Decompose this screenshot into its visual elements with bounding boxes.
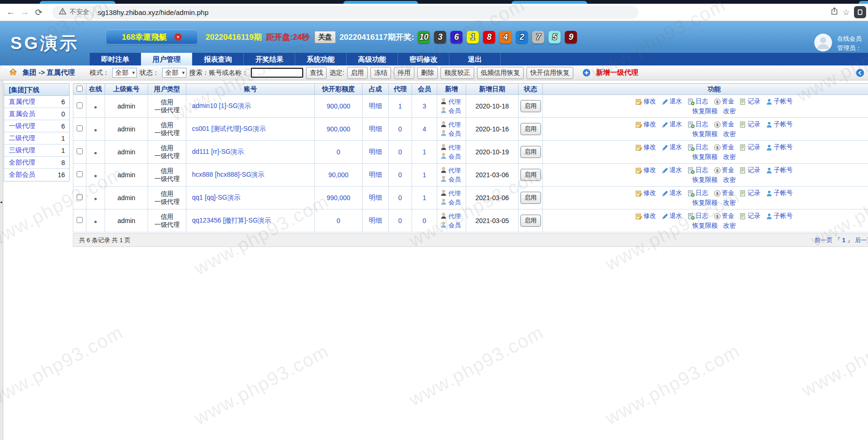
restore-quota-link[interactable]: 恢复限额 <box>692 152 718 162</box>
find-button[interactable]: 查找 <box>306 67 327 79</box>
subaccount-link[interactable]: 子帐号 <box>774 119 793 129</box>
sidebar-item-label[interactable]: 全部代理 <box>9 159 35 167</box>
rebate-link[interactable]: 退水 <box>669 119 682 129</box>
nav-tab[interactable]: 密码修改 <box>398 53 449 65</box>
subaccount-link[interactable]: 子帐号 <box>774 211 793 221</box>
next-page-link[interactable]: 后一页 <box>855 237 868 244</box>
account-link[interactable]: qq123456 [撤打算]-SG演示 <box>192 216 271 224</box>
edit-link[interactable]: 修改 <box>643 211 656 221</box>
bulk-action-button[interactable]: 冻结 <box>370 67 391 79</box>
rebate-link[interactable]: 退水 <box>669 211 682 221</box>
row-checkbox[interactable] <box>77 102 83 108</box>
record-link[interactable]: 记录 <box>747 142 760 152</box>
share-detail-link[interactable]: 明细 <box>369 125 382 132</box>
agents-count[interactable]: 0 <box>398 171 402 179</box>
change-password-link[interactable]: 改密 <box>723 175 736 185</box>
nav-tab[interactable]: 开奖结果 <box>244 53 295 65</box>
change-password-link[interactable]: 改密 <box>723 152 736 162</box>
funds-link[interactable]: 资金 <box>722 165 734 175</box>
sidebar-item[interactable]: 全部代理 8 <box>4 157 69 169</box>
add-member-link[interactable]: 会员 <box>448 175 461 184</box>
sidebar-item-label[interactable]: 全部会员 <box>9 171 35 179</box>
edit-link[interactable]: 修改 <box>643 96 656 106</box>
members-count[interactable]: 1 <box>423 194 427 202</box>
row-checkbox[interactable] <box>77 125 83 131</box>
nav-tab[interactable]: 报表查询 <box>192 53 244 65</box>
account-link[interactable]: dd111 [rr]-SG演示 <box>192 148 244 155</box>
share-detail-link[interactable]: 明细 <box>369 194 382 201</box>
status-button[interactable]: 启用 <box>520 169 541 181</box>
rebate-link[interactable]: 退水 <box>669 96 682 106</box>
collapse-panel-icon[interactable] <box>856 69 864 79</box>
log-link[interactable]: 日志 <box>696 211 708 221</box>
quota-value[interactable]: 900,000 <box>327 102 350 110</box>
add-agent-link[interactable]: 代理 <box>448 98 461 106</box>
funds-link[interactable]: 资金 <box>722 188 734 198</box>
subaccount-link[interactable]: 子帐号 <box>774 96 793 106</box>
close-market-button[interactable]: 关盘 <box>314 31 336 43</box>
status-button[interactable]: 启用 <box>520 192 541 204</box>
add-agent-link[interactable]: 代理 <box>448 189 461 198</box>
record-link[interactable]: 记录 <box>747 188 760 198</box>
home-icon[interactable] <box>9 68 17 77</box>
prev-page-link[interactable]: 前一页 <box>814 237 832 244</box>
agents-count[interactable]: 0 <box>398 125 402 133</box>
refresh-icon[interactable]: ⟳ <box>32 7 46 18</box>
members-count[interactable]: 4 <box>423 125 427 133</box>
add-agent-link[interactable]: 代理 <box>448 212 461 221</box>
status-button[interactable]: 启用 <box>520 146 541 158</box>
change-password-link[interactable]: 改密 <box>723 129 736 139</box>
account-link[interactable]: cs001 [测试代理]-SG演示 <box>192 125 266 132</box>
restore-quota-link[interactable]: 恢复限额 <box>692 106 718 116</box>
share-detail-link[interactable]: 明细 <box>369 216 382 224</box>
nav-tab[interactable]: 用户管理 <box>141 53 192 65</box>
funds-link[interactable]: 资金 <box>722 142 734 152</box>
row-checkbox[interactable] <box>77 148 83 154</box>
bulk-action-button[interactable]: 删除 <box>417 67 438 79</box>
restore-quota-link[interactable]: 恢复限额 <box>692 221 718 231</box>
edit-link[interactable]: 修改 <box>643 188 656 198</box>
share-detail-link[interactable]: 明细 <box>369 148 382 155</box>
avatar[interactable] <box>814 33 832 53</box>
quota-value[interactable]: 0 <box>337 217 341 224</box>
nav-tab[interactable]: 高级功能 <box>347 53 398 65</box>
record-link[interactable]: 记录 <box>747 165 760 175</box>
log-link[interactable]: 日志 <box>696 96 708 106</box>
log-link[interactable]: 日志 <box>696 119 708 129</box>
mode-select[interactable]: 全部 <box>112 68 137 78</box>
funds-link[interactable]: 资金 <box>722 119 734 129</box>
agents-count[interactable]: 0 <box>398 148 402 156</box>
forward-icon[interactable]: → <box>18 7 32 17</box>
log-link[interactable]: 日志 <box>696 188 708 198</box>
quota-value[interactable]: 0 <box>337 148 341 156</box>
add-member-link[interactable]: 会员 <box>448 130 461 138</box>
log-link[interactable]: 日志 <box>696 142 708 152</box>
status-button[interactable]: 启用 <box>520 100 541 112</box>
status-select[interactable]: 全部 <box>162 68 187 78</box>
back-icon[interactable]: ← <box>4 7 18 17</box>
edit-link[interactable]: 修改 <box>643 165 656 175</box>
funds-link[interactable]: 资金 <box>722 211 734 221</box>
subaccount-link[interactable]: 子帐号 <box>774 165 793 175</box>
sidebar-item-label[interactable]: 二级代理 <box>9 134 35 143</box>
account-link[interactable]: hcx888 [hcx888]-SG演示 <box>192 171 264 178</box>
row-checkbox[interactable] <box>77 217 83 223</box>
sidebar-item-label[interactable]: 直属代理 <box>9 98 35 106</box>
restore-quota-link[interactable]: 恢复限额 <box>692 129 718 139</box>
account-link[interactable]: admin10 [1]-SG演示 <box>192 102 251 109</box>
add-member-link[interactable]: 会员 <box>448 152 461 161</box>
browser-profile-icon[interactable] <box>854 6 866 18</box>
sidebar-item-label[interactable]: 三级代理 <box>9 146 35 155</box>
add-member-link[interactable]: 会员 <box>448 221 461 230</box>
add-member-link[interactable]: 会员 <box>448 198 461 207</box>
bookmark-star-icon[interactable]: ☆ <box>843 7 850 17</box>
members-count[interactable]: 0 <box>423 217 427 224</box>
restore-quota-link[interactable]: 恢复限额 <box>692 175 718 185</box>
members-count[interactable]: 3 <box>423 102 427 110</box>
nav-tab[interactable]: 退出 <box>449 53 501 65</box>
nav-tab[interactable]: 系统功能 <box>295 53 347 65</box>
sidebar-item-label[interactable]: 一级代理 <box>9 122 35 130</box>
rebate-link[interactable]: 退水 <box>669 165 682 175</box>
quota-value[interactable]: 990,000 <box>327 194 350 202</box>
bulk-action-button[interactable]: 快开信用恢复 <box>526 67 573 79</box>
